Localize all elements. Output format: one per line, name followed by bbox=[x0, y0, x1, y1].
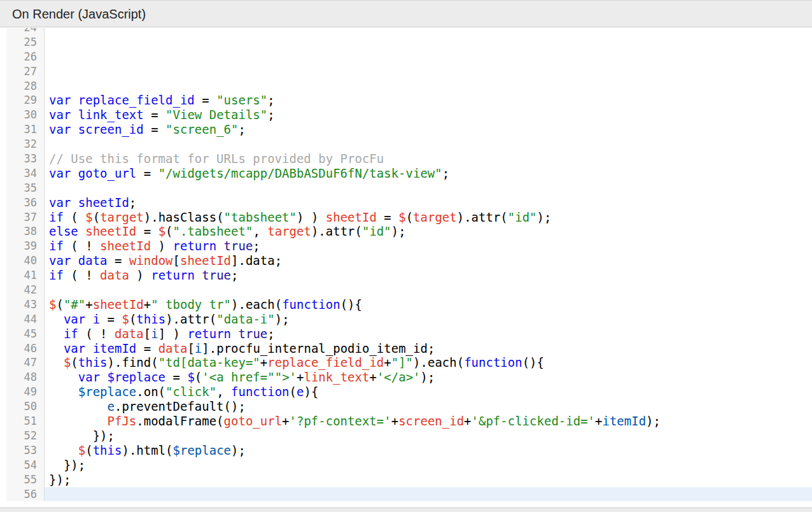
token-pl: ; bbox=[238, 122, 245, 136]
code-line-38[interactable]: 38else sheetId = $(".tabsheet", target).… bbox=[0, 224, 812, 239]
token-pl: ].data; bbox=[231, 253, 282, 267]
token-pl: ; bbox=[267, 108, 274, 122]
code-line-54[interactable]: 54 }); bbox=[0, 458, 812, 473]
line-number: 47 bbox=[6, 355, 45, 370]
token-str: "]" bbox=[391, 355, 413, 369]
code-text: var i = $(this).attr("data-i"); bbox=[45, 312, 812, 327]
token-pl: }); bbox=[49, 429, 115, 443]
token-def: replace_field_id bbox=[78, 93, 195, 107]
token-var: $ bbox=[158, 224, 165, 238]
token-pl bbox=[100, 370, 107, 384]
code-text bbox=[45, 35, 812, 50]
token-pl: = bbox=[165, 370, 187, 384]
code-line-40[interactable]: 40var data = window[sheetId].data; bbox=[0, 253, 812, 268]
token-var: sheetId bbox=[326, 210, 377, 224]
token-pl: ( bbox=[165, 224, 172, 238]
line-number: 43 bbox=[6, 297, 45, 312]
code-text: $(this).html($replace); bbox=[45, 443, 812, 458]
code-line-49[interactable]: 49 $replace.on("click", function(e){ bbox=[0, 385, 812, 399]
token-pl bbox=[49, 385, 78, 399]
token-pl bbox=[49, 327, 64, 341]
code-line-27[interactable]: 27 bbox=[0, 64, 812, 79]
code-line-35[interactable]: 35 bbox=[0, 181, 812, 196]
code-line-32[interactable]: 32 bbox=[0, 137, 812, 152]
code-line-52[interactable]: 52 }); bbox=[0, 429, 812, 443]
token-str: "#" bbox=[64, 297, 85, 311]
token-pl bbox=[49, 341, 64, 355]
code-line-31[interactable]: 31var screen_id = "screen_6"; bbox=[0, 122, 812, 137]
code-line-26[interactable]: 26 bbox=[0, 50, 812, 64]
code-line-50[interactable]: 50 e.preventDefault(); bbox=[0, 399, 812, 414]
token-var: goto_url bbox=[224, 414, 283, 428]
code-line-39[interactable]: 39if ( ! sheetId ) return true; bbox=[0, 239, 812, 253]
code-line-48[interactable]: 48 var $replace = $('<a href="">'+link_t… bbox=[0, 370, 812, 385]
code-line-37[interactable]: 37if ( $(target).hasClass("tabsheet") ) … bbox=[0, 210, 812, 225]
token-pl bbox=[49, 399, 108, 413]
code-text: if ( ! sheetId ) return true; bbox=[45, 239, 812, 253]
token-pl: ); bbox=[391, 224, 406, 238]
token-pl: + bbox=[384, 355, 391, 369]
token-str: "click" bbox=[165, 385, 216, 399]
code-line-29[interactable]: 29var replace_field_id = "users"; bbox=[0, 93, 812, 108]
token-pl: ( bbox=[56, 297, 63, 311]
code-line-47[interactable]: 47 $(this).find("td[data-key="+replace_f… bbox=[0, 355, 812, 370]
line-number: 36 bbox=[6, 196, 45, 210]
code-line-53[interactable]: 53 $(this).html($replace); bbox=[0, 443, 812, 458]
line-number: 44 bbox=[6, 312, 45, 327]
token-pl: + bbox=[464, 414, 471, 428]
token-pl bbox=[49, 370, 78, 384]
code-line-41[interactable]: 41if ( ! data ) return true; bbox=[0, 268, 812, 283]
code-line-33[interactable]: 33// Use this format for URLs provided b… bbox=[0, 152, 812, 166]
code-text: }); bbox=[45, 473, 812, 487]
token-pl: ; bbox=[267, 327, 274, 341]
token-pl: ); bbox=[421, 370, 435, 384]
code-line-42[interactable]: 42 bbox=[0, 283, 812, 297]
token-pl bbox=[71, 166, 78, 180]
token-pl bbox=[71, 93, 78, 107]
code-text bbox=[45, 283, 812, 297]
token-def: sheetId bbox=[78, 196, 129, 210]
token-pl: ); bbox=[275, 312, 290, 326]
code-line-51[interactable]: 51 PfJs.modalFrame(goto_url+'?pf-context… bbox=[0, 414, 812, 429]
token-def: screen_id bbox=[78, 122, 144, 136]
code-line-28[interactable]: 28 bbox=[0, 79, 812, 94]
token-pl: ( bbox=[290, 385, 297, 399]
line-number: 26 bbox=[6, 50, 45, 64]
token-kw: var bbox=[78, 370, 100, 384]
token-str: "id" bbox=[362, 224, 391, 238]
code-line-43[interactable]: 43$("#"+sheetId+" tbody tr").each(functi… bbox=[0, 297, 812, 312]
token-kw: if bbox=[49, 239, 64, 253]
code-line-24[interactable]: 24 bbox=[0, 28, 812, 35]
token-str: " tbody tr" bbox=[151, 297, 231, 311]
token-var: $ bbox=[49, 297, 56, 311]
token-pl: (){ bbox=[522, 355, 544, 369]
code-line-55[interactable]: 55}); bbox=[0, 473, 812, 487]
code-line-45[interactable]: 45 if ( ! data[i] ) return true; bbox=[0, 327, 812, 341]
code-line-46[interactable]: 46 var itemId = data[i].procfu_internal_… bbox=[0, 341, 812, 356]
token-kw: if bbox=[64, 327, 78, 341]
code-line-30[interactable]: 30var link_text = "View Details"; bbox=[0, 108, 812, 122]
token-var2: i bbox=[195, 341, 202, 355]
line-number: 50 bbox=[6, 399, 45, 414]
code-line-25[interactable]: 25 bbox=[0, 35, 812, 50]
token-pl: ).hasClass( bbox=[144, 210, 224, 224]
code-line-44[interactable]: 44 var i = $(this).attr("data-i"); bbox=[0, 312, 812, 327]
token-pl bbox=[49, 414, 108, 428]
token-var: $ bbox=[85, 210, 92, 224]
token-pl: ].procfu_internal_podio_item_id; bbox=[202, 341, 435, 355]
code-editor[interactable]: 242526272829var replace_field_id = "user… bbox=[0, 28, 812, 508]
token-pl: ( ! bbox=[64, 239, 100, 253]
token-pl: + bbox=[260, 355, 267, 369]
code-line-36[interactable]: 36var sheetId; bbox=[0, 196, 812, 210]
line-number: 46 bbox=[6, 341, 45, 356]
token-def: itemId bbox=[93, 341, 137, 355]
code-line-56[interactable]: 56 bbox=[0, 487, 812, 502]
token-pl: ; bbox=[267, 93, 274, 107]
token-def: data bbox=[78, 253, 108, 267]
code-text bbox=[45, 64, 812, 79]
token-atom: true bbox=[224, 239, 253, 253]
code-line-34[interactable]: 34var goto_url = "/widgets/mcapp/DABbASD… bbox=[0, 166, 812, 181]
token-pl: = bbox=[100, 312, 122, 326]
line-number: 29 bbox=[6, 93, 45, 108]
token-kw: if bbox=[49, 210, 64, 224]
